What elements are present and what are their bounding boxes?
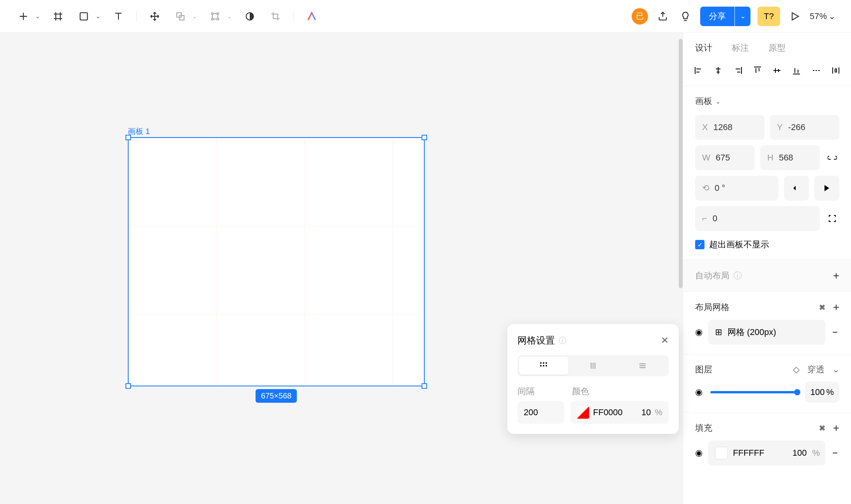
grid-item[interactable]: ⊞ 网格 (200px) xyxy=(708,320,825,345)
corner-radius-input[interactable]: ⌐0 xyxy=(695,206,820,231)
export-icon[interactable] xyxy=(655,9,671,24)
flip-v-button[interactable] xyxy=(814,176,839,201)
svg-point-3 xyxy=(212,12,214,14)
grid-spacing-input[interactable]: 200 xyxy=(517,401,564,424)
clip-content-label: 超出画板不显示 xyxy=(709,239,769,250)
align-right-icon[interactable] xyxy=(732,65,744,76)
color-label: 颜色 xyxy=(572,386,669,397)
crop-tool[interactable] xyxy=(268,9,283,24)
add-fill-button[interactable]: + xyxy=(833,422,839,434)
tq-button[interactable]: T? xyxy=(757,7,780,26)
play-button[interactable] xyxy=(787,9,803,24)
layer-title: 图层 xyxy=(695,364,712,375)
info-icon[interactable]: ⓘ xyxy=(733,270,742,282)
fill-item[interactable]: FFFFFF 100 % xyxy=(708,441,825,465)
grid-type-rows[interactable] xyxy=(618,357,667,375)
share-chevron[interactable]: ⌄ xyxy=(735,7,750,26)
blend-mode-select[interactable]: 穿透 xyxy=(807,364,825,375)
frame-tool[interactable] xyxy=(50,9,66,24)
fill-visibility-toggle[interactable]: ◉ xyxy=(695,448,703,458)
align-bottom-icon[interactable] xyxy=(791,65,802,76)
layer-section: 图层 ◇ 穿透 ⌄ ◉ 100% xyxy=(683,354,851,412)
height-input[interactable]: H568 xyxy=(760,145,820,170)
component-chevron[interactable]: ⌄ xyxy=(227,12,232,20)
svg-point-13 xyxy=(546,365,547,367)
svg-point-4 xyxy=(217,12,219,14)
remove-grid-button[interactable]: − xyxy=(831,327,839,338)
add-auto-layout-button[interactable]: + xyxy=(833,270,839,282)
popup-title: 网格设置 xyxy=(517,334,555,347)
properties-panel: 设计 标注 原型 画板⌄ X1268 Y-266 W675 H568 ⟲0 ° … xyxy=(683,33,851,504)
grid-type-columns[interactable] xyxy=(569,357,618,375)
grid-item-label: 网格 (200px) xyxy=(727,326,776,338)
text-tool[interactable] xyxy=(111,9,126,24)
svg-point-12 xyxy=(543,365,544,367)
add-tool[interactable] xyxy=(16,9,31,24)
remove-fill-button[interactable]: − xyxy=(831,448,839,458)
y-input[interactable]: Y-266 xyxy=(770,115,839,140)
artboard-section: 画板⌄ X1268 Y-266 W675 H568 ⟲0 ° ⌐0 ✓ 超出画板… xyxy=(683,86,851,260)
component-tool[interactable] xyxy=(207,9,223,24)
svg-point-11 xyxy=(540,365,542,367)
distribute-h-icon[interactable] xyxy=(810,65,822,76)
svg-point-9 xyxy=(543,362,544,364)
link-dimensions-icon[interactable] xyxy=(825,145,839,170)
info-icon[interactable]: ⓘ xyxy=(559,335,567,346)
add-tool-chevron[interactable]: ⌄ xyxy=(35,12,40,20)
move-tool[interactable] xyxy=(147,9,162,24)
opacity-input[interactable]: 100% xyxy=(805,382,839,403)
corner-expand-icon[interactable] xyxy=(825,206,839,231)
fill-title: 填充 xyxy=(695,422,712,434)
fill-hex-value[interactable]: FFFFFF xyxy=(733,448,787,458)
add-grid-button[interactable]: + xyxy=(833,301,839,314)
grid-color-swatch[interactable] xyxy=(577,406,589,419)
rectangle-tool[interactable] xyxy=(76,9,92,24)
auto-layout-label: 自动布局 xyxy=(695,270,729,282)
spacing-label: 间隔 xyxy=(517,386,564,397)
grid-visibility-toggle[interactable]: ◉ xyxy=(695,327,703,337)
canvas-scrollbar[interactable] xyxy=(679,39,683,288)
width-input[interactable]: W675 xyxy=(695,145,755,170)
resize-handle-tl[interactable] xyxy=(125,135,131,140)
resize-handle-tr[interactable] xyxy=(422,135,427,140)
svg-rect-0 xyxy=(80,12,88,20)
artboard-label[interactable]: 画板 1 xyxy=(128,126,150,137)
zoom-control[interactable]: 57%⌄ xyxy=(810,11,835,21)
svg-point-10 xyxy=(546,362,547,364)
distribute-v-icon[interactable] xyxy=(830,65,842,76)
status-badge[interactable]: 已 xyxy=(632,8,648,25)
grid-type-grid[interactable] xyxy=(519,357,569,375)
resize-handle-br[interactable] xyxy=(422,383,427,389)
share-button[interactable]: 分享 xyxy=(700,7,734,26)
blend-mode-icon: ◇ xyxy=(793,365,800,375)
x-input[interactable]: X1268 xyxy=(695,115,764,140)
align-center-v-icon[interactable] xyxy=(771,65,783,76)
opacity-slider[interactable] xyxy=(710,391,797,393)
layer-visibility-toggle[interactable]: ◉ xyxy=(695,387,703,397)
align-center-h-icon[interactable] xyxy=(712,65,724,76)
rotation-input[interactable]: ⟲0 ° xyxy=(695,176,779,201)
fill-color-swatch[interactable] xyxy=(715,447,727,459)
boolean-chevron[interactable]: ⌄ xyxy=(192,12,197,20)
tab-prototype[interactable]: 原型 xyxy=(768,42,786,54)
align-top-icon[interactable] xyxy=(752,65,763,76)
panel-tabs: 设计 标注 原型 xyxy=(683,33,851,65)
close-popup-button[interactable]: ✕ xyxy=(661,335,669,346)
hint-icon[interactable] xyxy=(678,9,693,24)
ai-tool[interactable] xyxy=(304,9,320,24)
align-left-icon[interactable] xyxy=(693,65,704,76)
mask-tool[interactable] xyxy=(242,9,258,24)
artboard[interactable]: 675×568 xyxy=(128,137,425,386)
chevron-down-icon[interactable]: ⌄ xyxy=(715,98,720,105)
shape-tool-chevron[interactable]: ⌄ xyxy=(95,12,101,20)
blend-chevron-icon[interactable]: ⌄ xyxy=(832,365,839,375)
tab-annotate[interactable]: 标注 xyxy=(732,42,749,54)
fill-opacity-unit: % xyxy=(812,448,825,458)
tab-design[interactable]: 设计 xyxy=(695,42,712,54)
resize-handle-bl[interactable] xyxy=(125,383,131,389)
grid-color-input[interactable]: FF0000 10 % xyxy=(570,401,669,424)
fill-opacity-value[interactable]: 100 xyxy=(793,448,807,458)
boolean-tool[interactable] xyxy=(173,9,188,24)
flip-h-button[interactable] xyxy=(784,176,809,201)
clip-content-checkbox[interactable]: ✓ xyxy=(695,240,704,249)
